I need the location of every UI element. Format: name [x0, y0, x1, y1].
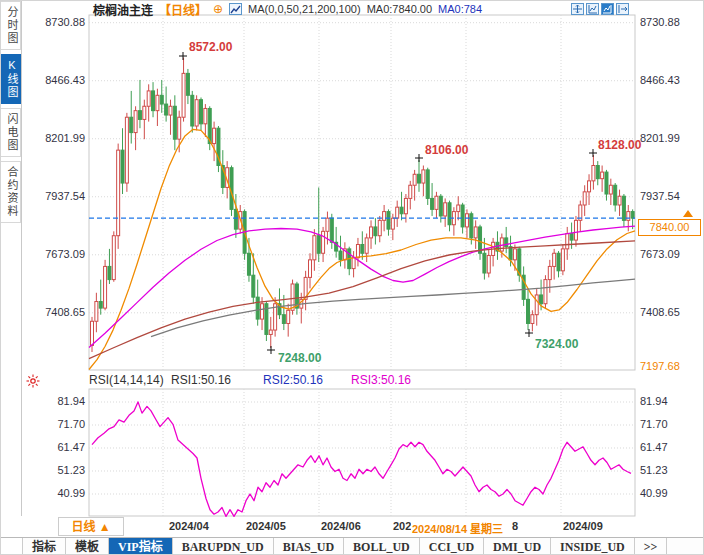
tabbar-corner-cell	[1, 538, 23, 555]
price-axis-min-label: 7197.68	[640, 360, 700, 372]
rsi-formula-label: RSI(14,14,14)	[89, 373, 164, 387]
current-price-box: 7840.00	[638, 219, 701, 236]
price-annotation: 8128.00	[598, 138, 642, 152]
left-sidebar: 分时图 K线图 闪电图 合约资料	[1, 1, 22, 516]
crosshair-date-tooltip: 2024/08/14 星期三	[411, 520, 504, 536]
date-label-partial: 8	[512, 520, 518, 532]
tab-boll-ud[interactable]: BOLL_UD	[344, 538, 420, 555]
rsi-axis-label-right: 81.94	[640, 395, 700, 407]
price-axis-label-right: 7937.54	[640, 190, 700, 202]
tab-vip-indicators[interactable]: VIP指标	[109, 538, 173, 555]
rsi-axis-label-right: 71.70	[640, 418, 700, 430]
chart-header: 棕榈油主连 【日线】 ⊕ MA(0,0,50,21,200,100) MA0:7…	[93, 2, 482, 16]
collapse-panel-icon[interactable]	[616, 3, 629, 15]
rsi2-value: RSI2:50.16	[263, 373, 323, 387]
rsi-axis-label-right: 61.47	[640, 441, 700, 453]
tab-more[interactable]: >>	[635, 538, 668, 555]
tab-inside-ud[interactable]: INSIDE_UD	[551, 538, 635, 555]
price-axis-label-right: 8466.43	[640, 74, 700, 86]
date-label: 2024/06	[321, 520, 361, 532]
sidebar-item-lightning-chart[interactable]: 闪电图	[1, 108, 21, 157]
price-annotation: 7248.00	[278, 351, 322, 365]
ma-value-2: MA0:784	[438, 3, 482, 15]
rsi-axis-label-right: 40.99	[640, 487, 700, 499]
period-label[interactable]: 【日线】	[159, 1, 207, 18]
chart-toolbar	[571, 3, 629, 15]
ma-params-label: MA(0,0,50,21,200,100)	[248, 3, 361, 15]
rsi-axis-label-left: 61.47	[25, 441, 85, 453]
axis-left-chart-icon[interactable]	[586, 3, 599, 15]
date-label: 2024/04	[169, 520, 209, 532]
indicator-settings-icon[interactable]	[26, 374, 40, 388]
date-label: 2024/09	[563, 520, 603, 532]
price-axis-label-left: 7937.54	[25, 190, 85, 202]
price-axis-label-left: 7408.65	[25, 306, 85, 318]
price-axis-label-left: 8730.88	[25, 16, 85, 28]
price-axis-label-right: 7673.09	[640, 248, 700, 260]
tab-cci-ud[interactable]: CCI_UD	[420, 538, 484, 555]
date-label: 2024/05	[246, 520, 286, 532]
tab-indicators[interactable]: 指标	[23, 538, 66, 555]
price-axis-label-left: 8466.43	[25, 74, 85, 86]
ma-value-1: MA0:7840.00	[367, 3, 432, 15]
price-axis-label-right: 8730.88	[640, 16, 700, 28]
period-selector[interactable]: 日线 ▲	[58, 517, 124, 536]
sidebar-item-contract-info[interactable]: 合约资料	[1, 161, 21, 223]
price-annotation: 8572.00	[189, 40, 233, 54]
add-indicator-icon[interactable]: ⊕	[213, 2, 223, 16]
indicator-tab-bar: 指标 模板 VIP指标 BARUPDN_UD BIAS_UD BOLL_UD C…	[1, 537, 704, 555]
axis-right-chart-icon[interactable]	[601, 3, 614, 15]
rsi-axis-label-left: 71.70	[25, 418, 85, 430]
tab-barupdn-ud[interactable]: BARUPDN_UD	[173, 538, 274, 555]
price-axis-label-left: 7673.09	[25, 248, 85, 260]
sidebar-item-time-chart[interactable]: 分时图	[1, 1, 21, 50]
sidebar-item-kline-chart[interactable]: K线图	[1, 54, 21, 104]
move-tool-icon[interactable]	[571, 3, 584, 15]
date-label-partial: 202	[393, 520, 411, 532]
rsi-axis-label-left: 51.23	[25, 464, 85, 476]
price-axis-label-right: 7408.65	[640, 306, 700, 318]
rsi3-value: RSI3:50.16	[351, 373, 411, 387]
price-axis-label-left: 8201.99	[25, 132, 85, 144]
price-annotation: 7324.00	[535, 337, 579, 351]
tab-bias-ud[interactable]: BIAS_UD	[274, 538, 344, 555]
tab-dmi-ud[interactable]: DMI_UD	[484, 538, 551, 555]
chart-type-icon[interactable]	[229, 3, 242, 15]
price-and-rsi-chart-canvas[interactable]: 8572.008106.008128.007248.007324.00	[1, 1, 704, 555]
rsi-axis-label-left: 81.94	[25, 395, 85, 407]
rsi1-value: RSI1:50.16	[171, 373, 231, 387]
tab-templates[interactable]: 模板	[66, 538, 109, 555]
rsi-header: RSI(14,14,14) RSI1:50.16 RSI2:50.16 RSI3…	[1, 373, 704, 388]
date-axis-row: 日线 ▲ 2024/04 2024/05 2024/06 202 2024/08…	[1, 517, 704, 537]
price-annotation: 8106.00	[425, 143, 469, 157]
price-up-arrow-icon	[683, 210, 693, 217]
symbol-name[interactable]: 棕榈油主连	[93, 1, 153, 18]
rsi-axis-label-left: 40.99	[25, 487, 85, 499]
price-axis-label-right: 8201.99	[640, 132, 700, 144]
rsi-axis-label-right: 51.23	[640, 464, 700, 476]
trading-app-window: 8572.008106.008128.007248.007324.00 分时图 …	[0, 0, 704, 555]
